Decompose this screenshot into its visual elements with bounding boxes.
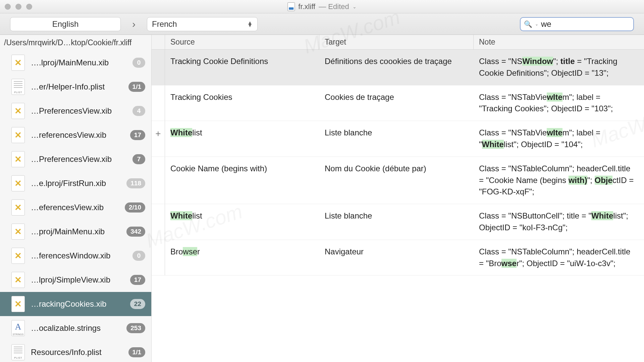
source-cell[interactable]: Whitelist bbox=[165, 204, 319, 240]
plist-file-icon bbox=[11, 79, 25, 95]
table-header-note[interactable]: Note bbox=[474, 35, 644, 49]
table-header-row: Source Target Note bbox=[152, 35, 644, 50]
file-list[interactable]: ….lproj/MainMenu.xib0…er/Helper-Info.pli… bbox=[0, 51, 151, 362]
window-filename: fr.xliff bbox=[298, 2, 315, 11]
target-cell[interactable]: Définitions des coookies de traçage bbox=[319, 50, 474, 85]
table-row[interactable]: Tracking Cookie DefinitionsDéfinitions d… bbox=[152, 50, 644, 85]
table-row[interactable]: BrowserNavigateurClass = "NSTableColumn"… bbox=[152, 240, 644, 276]
table-row[interactable]: Cookie Name (begins with)Nom du Cookie (… bbox=[152, 157, 644, 204]
target-cell[interactable]: Liste blanche bbox=[319, 121, 474, 157]
titlebar: fr.xliff — Edited ⌄ bbox=[0, 0, 644, 13]
search-scope-dropdown-icon[interactable]: ⌄ bbox=[535, 22, 538, 26]
row-add-icon bbox=[152, 157, 165, 204]
sidebar-file-badge: 17 bbox=[130, 275, 145, 285]
sidebar-file-item[interactable]: …referencesView.xib17 bbox=[0, 123, 151, 147]
target-language-label: French bbox=[152, 19, 177, 29]
table-row[interactable]: WhitelistListe blancheClass = "NSButtonC… bbox=[152, 204, 644, 240]
translation-table: Source Target Note Tracking Cookie Defin… bbox=[152, 35, 644, 362]
sidebar-file-name: …e.lproj/FirstRun.xib bbox=[31, 179, 120, 188]
sidebar-file-name: …proj/MainMenu.xib bbox=[31, 227, 120, 236]
toolbar: English › French ▲▼ 🔍 ⌄ ✕ bbox=[0, 13, 644, 35]
sidebar-file-name: …er/Helper-Info.plist bbox=[31, 82, 122, 92]
x-file-icon bbox=[11, 296, 25, 312]
sidebar-file-item[interactable]: …proj/MainMenu.xib342 bbox=[0, 220, 151, 244]
sidebar-file-item[interactable]: …e.lproj/FirstRun.xib118 bbox=[0, 171, 151, 195]
target-cell[interactable]: Navigateur bbox=[319, 240, 474, 276]
sidebar-file-item[interactable]: …PreferencesView.xib4 bbox=[0, 99, 151, 123]
file-path-breadcrumb[interactable]: /Users/mrqwirk/D…ktop/Cookie/fr.xliff bbox=[0, 35, 151, 51]
sidebar-file-name: …ferencesWindow.xib bbox=[31, 251, 126, 260]
sidebar-file-item[interactable]: Resources/Info.plist1/1 bbox=[0, 340, 151, 362]
source-language-label: English bbox=[52, 19, 79, 29]
window-edited-indicator: — Edited bbox=[319, 2, 349, 11]
row-add-icon bbox=[152, 85, 165, 121]
sidebar-file-item[interactable]: …er/Helper-Info.plist1/1 bbox=[0, 75, 151, 99]
sidebar-file-name: …rackingCookies.xib bbox=[31, 299, 124, 309]
row-add-icon bbox=[152, 50, 165, 85]
sidebar-file-item[interactable]: …PreferencesView.xib7 bbox=[0, 147, 151, 171]
main-split: /Users/mrqwirk/D…ktop/Cookie/fr.xliff ….… bbox=[0, 35, 644, 362]
sidebar-file-badge: 2/10 bbox=[125, 202, 145, 213]
table-body[interactable]: Tracking Cookie DefinitionsDéfinitions d… bbox=[152, 50, 644, 362]
x-file-icon bbox=[11, 199, 25, 216]
x-file-icon bbox=[11, 224, 25, 240]
table-row[interactable]: Tracking CookiesCookies de traçageClass … bbox=[152, 85, 644, 121]
table-row[interactable]: +WhitelistListe blancheClass = "NSTabVie… bbox=[152, 121, 644, 157]
sidebar-file-name: …referencesView.xib bbox=[31, 130, 124, 140]
target-cell[interactable]: Cookies de traçage bbox=[319, 85, 474, 121]
window-title: fr.xliff — Edited ⌄ bbox=[287, 2, 356, 11]
title-dropdown-icon[interactable]: ⌄ bbox=[353, 4, 357, 9]
target-language-selector[interactable]: French ▲▼ bbox=[147, 17, 258, 31]
source-cell[interactable]: Whitelist bbox=[165, 121, 319, 157]
table-header-target[interactable]: Target bbox=[319, 35, 474, 49]
minimize-window-button[interactable] bbox=[15, 4, 21, 10]
note-cell: Class = "NSTableColumn"; headerCell.titl… bbox=[474, 157, 644, 204]
sidebar-file-badge: 4 bbox=[132, 106, 145, 116]
sidebar-file-item[interactable]: …lproj/SimpleView.xib17 bbox=[0, 268, 151, 292]
sidebar-file-item[interactable]: …eferencesView.xib2/10 bbox=[0, 195, 151, 220]
note-cell: Class = "NSTableColumn"; headerCell.titl… bbox=[474, 240, 644, 276]
table-header-source[interactable]: Source bbox=[165, 35, 319, 49]
search-field[interactable]: 🔍 ⌄ ✕ bbox=[520, 17, 634, 31]
note-cell: Class = "NSWindow"; title = "Tracking Co… bbox=[474, 50, 644, 85]
sidebar-file-name: …PreferencesView.xib bbox=[31, 106, 126, 116]
note-cell: Class = "NSButtonCell"; title = "Whiteli… bbox=[474, 204, 644, 240]
source-cell[interactable]: Cookie Name (begins with) bbox=[165, 157, 319, 204]
x-file-icon bbox=[11, 151, 25, 167]
x-file-icon bbox=[11, 248, 25, 264]
sidebar-file-name: Resources/Info.plist bbox=[31, 348, 122, 357]
sidebar-file-name: …lproj/SimpleView.xib bbox=[31, 275, 124, 285]
sidebar-file-badge: 253 bbox=[126, 323, 145, 333]
sidebar-file-name: …PreferencesView.xib bbox=[31, 155, 126, 164]
plist-file-icon bbox=[11, 344, 25, 360]
table-header-plus bbox=[152, 35, 165, 49]
source-cell[interactable]: Tracking Cookies bbox=[165, 85, 319, 121]
note-cell: Class = "NSTabViewItem"; label = "Tracki… bbox=[474, 85, 644, 121]
target-cell[interactable]: Liste blanche bbox=[319, 204, 474, 240]
x-file-icon bbox=[11, 103, 25, 119]
x-file-icon bbox=[11, 175, 25, 191]
sidebar-file-badge: 0 bbox=[132, 251, 145, 261]
target-cell[interactable]: Nom du Cookie (débute par) bbox=[319, 157, 474, 204]
sidebar-file-name: …eferencesView.xib bbox=[31, 203, 119, 212]
source-language-selector[interactable]: English bbox=[10, 17, 121, 31]
sidebar-file-badge: 1/1 bbox=[128, 82, 145, 92]
sidebar-file-item[interactable]: ….lproj/MainMenu.xib0 bbox=[0, 51, 151, 75]
language-direction-icon[interactable]: › bbox=[127, 17, 141, 31]
sidebar-file-item[interactable]: …rackingCookies.xib22 bbox=[0, 292, 151, 316]
sidebar-file-item[interactable]: …ocalizable.strings253 bbox=[0, 316, 151, 340]
source-cell[interactable]: Browser bbox=[165, 240, 319, 276]
row-add-icon[interactable]: + bbox=[152, 121, 165, 157]
source-cell[interactable]: Tracking Cookie Definitions bbox=[165, 50, 319, 85]
search-input[interactable] bbox=[541, 19, 641, 29]
row-add-icon bbox=[152, 240, 165, 276]
sidebar-file-badge: 17 bbox=[130, 130, 145, 140]
traffic-lights bbox=[5, 4, 32, 10]
search-icon: 🔍 bbox=[524, 20, 532, 28]
sidebar-file-item[interactable]: …ferencesWindow.xib0 bbox=[0, 244, 151, 268]
sidebar-file-badge: 0 bbox=[132, 58, 145, 68]
sidebar-file-badge: 22 bbox=[130, 299, 145, 309]
document-icon bbox=[287, 2, 295, 11]
zoom-window-button[interactable] bbox=[26, 4, 32, 10]
close-window-button[interactable] bbox=[5, 4, 11, 10]
